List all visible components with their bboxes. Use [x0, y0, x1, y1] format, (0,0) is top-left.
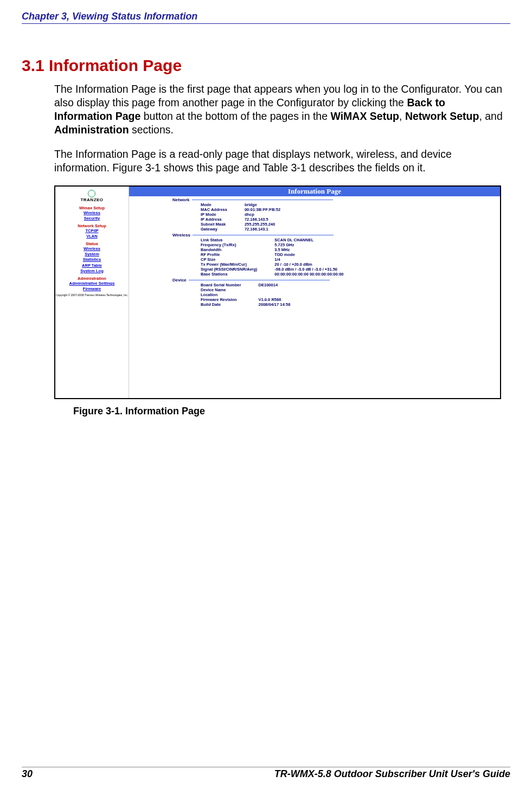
kv-value: 2008/04/17 14:58 [242, 302, 292, 307]
sidebar-link[interactable]: System Log [55, 268, 129, 274]
sidebar-link[interactable]: Wireless [55, 210, 129, 216]
kv-key: Board Serial Number [200, 283, 242, 287]
kv-value [242, 292, 292, 297]
bold-text: Administration [54, 124, 129, 136]
kv-key: Bandwidth [200, 247, 258, 252]
kv-value: 255.255.255.240 [228, 222, 281, 227]
info-section-header: Wireless [172, 233, 489, 238]
kv-value: dhcp [228, 212, 281, 217]
kv-key: Tx Power (Max/Min/Cur) [200, 262, 258, 267]
kv-value: 5.725 GHz [258, 242, 344, 247]
table-row: Firmware RevisionV1.0.0 R586 [200, 297, 291, 302]
bold-text: WiMAX Setup [330, 110, 399, 122]
table-row: Board Serial NumberDE100014 [200, 283, 291, 287]
config-sidebar: TRANZEO Wimax SetupWirelessSecurityNetwo… [55, 187, 129, 398]
kv-key: Signal (RSSI/CINR/SNR/Avrg) [200, 267, 258, 272]
running-header: Chapter 3, Viewing Status Information [22, 11, 510, 24]
kv-value: SCAN DL CHANNEL [258, 238, 344, 242]
info-kv-table: Link StatusSCAN DL CHANNELFrequency (Tx/… [200, 238, 345, 277]
config-main-pane: Information Page NetworkModebridgeMAC Ad… [129, 187, 500, 398]
logo-icon [88, 190, 95, 197]
sidebar-category: Administration [55, 276, 129, 281]
logo [55, 190, 129, 197]
paragraph-2: The Information Page is a read-only page… [54, 148, 505, 175]
table-row: Location [200, 292, 291, 297]
kv-value: 3.5 MHz [258, 247, 344, 252]
kv-value: 00:00:00:00:00:00 00:00:00:00:00:00 [258, 272, 344, 277]
kv-key: RF Profile [200, 252, 258, 257]
info-section-header: Device [172, 278, 489, 283]
table-row: Subnet Mask255.255.255.240 [200, 222, 281, 227]
table-row: Base Stations00:00:00:00:00:00 00:00:00:… [200, 272, 345, 277]
kv-key: Gateway [200, 227, 228, 232]
kv-key: Device Name [200, 287, 242, 292]
sidebar-link[interactable]: VLAN [55, 234, 129, 239]
sidebar-link[interactable]: TCP/IP [55, 228, 129, 234]
figure-caption: Figure 3-1. Information Page [73, 406, 510, 417]
text: sections. [129, 124, 174, 136]
table-row: Device Name [200, 287, 291, 292]
page-number: 30 [22, 768, 33, 780]
sidebar-link[interactable]: Wireless [55, 246, 129, 252]
copyright-text: Copyright © 2007-2008 Tranzeo Wireless T… [55, 294, 129, 297]
kv-key: MAC Address [200, 207, 228, 212]
table-row: Gateway72.166.143.1 [200, 227, 281, 232]
table-row: Modebridge [200, 202, 281, 207]
paragraph-1: The Information Page is the first page t… [54, 82, 505, 137]
sidebar-link[interactable]: Administrative Settings [55, 281, 129, 286]
text: button at the bottom of the pages in the [140, 110, 330, 122]
kv-key: CP Size [200, 257, 258, 262]
kv-key: Link Status [200, 238, 258, 242]
kv-value: 72.166.143.5 [228, 217, 281, 222]
bold-text: Network Setup [405, 110, 479, 122]
kv-value: 00:01:3B:FF:FB:52 [228, 207, 281, 212]
section-heading: 3.1 Information Page [22, 56, 510, 75]
sidebar-link[interactable]: System [55, 252, 129, 257]
sidebar-link[interactable]: Statistics [55, 257, 129, 262]
sidebar-link[interactable]: Firmware [55, 286, 129, 292]
info-page-title: Information Page [129, 187, 500, 196]
kv-key: IP Address [200, 217, 228, 222]
screenshot-figure: TRANZEO Wimax SetupWirelessSecurityNetwo… [54, 185, 501, 399]
table-row: RF ProfileTDD mode [200, 252, 345, 257]
sidebar-link[interactable]: ARP Table [55, 263, 129, 268]
table-row: IP Address72.166.143.5 [200, 217, 281, 222]
table-row: CP Size1/4 [200, 257, 345, 262]
kv-key: Firmware Revision [200, 297, 242, 302]
table-row: MAC Address00:01:3B:FF:FB:52 [200, 207, 281, 212]
text: , [399, 110, 405, 122]
sidebar-category: Wimax Setup [55, 206, 129, 210]
kv-value: -98.0 dBm / -3.0 dB / -3.0 / +31.50 [258, 267, 344, 272]
table-row: Bandwidth3.5 MHz [200, 247, 345, 252]
info-kv-table: ModebridgeMAC Address00:01:3B:FF:FB:52IP… [200, 202, 281, 232]
info-section-header: Network [172, 197, 489, 202]
kv-key: Base Stations [200, 272, 258, 277]
table-row: Tx Power (Max/Min/Cur)20 / -10 / +20.0 d… [200, 262, 345, 267]
table-row: Signal (RSSI/CINR/SNR/Avrg)-98.0 dBm / -… [200, 267, 345, 272]
page-footer: 30 TR-WMX-5.8 Outdoor Subscriber Unit Us… [22, 767, 510, 780]
kv-key: Subnet Mask [200, 222, 228, 227]
table-row: Build Date2008/04/17 14:58 [200, 302, 291, 307]
kv-key: Mode [200, 202, 228, 207]
sidebar-category: Status [55, 241, 129, 246]
sidebar-link[interactable]: Security [55, 216, 129, 221]
kv-value: TDD mode [258, 252, 344, 257]
table-row: Link StatusSCAN DL CHANNEL [200, 238, 345, 242]
table-row: Frequency (Tx/Rx)5.725 GHz [200, 242, 345, 247]
logo-text: TRANZEO [55, 197, 129, 203]
kv-key: Frequency (Tx/Rx) [200, 242, 258, 247]
kv-key: Build Date [200, 302, 242, 307]
kv-value: 1/4 [258, 257, 344, 262]
sidebar-category: Network Setup [55, 223, 129, 228]
kv-value: V1.0.0 R586 [242, 297, 292, 302]
text: , and [479, 110, 502, 122]
kv-key: IP Mode [200, 212, 228, 217]
kv-value: 20 / -10 / +20.0 dBm [258, 262, 344, 267]
kv-key: Location [200, 292, 242, 297]
kv-value [242, 287, 292, 292]
info-kv-table: Board Serial NumberDE100014Device NameLo… [200, 283, 291, 307]
guide-title: TR-WMX-5.8 Outdoor Subscriber Unit User'… [274, 768, 510, 780]
kv-value: DE100014 [242, 283, 292, 287]
kv-value: bridge [228, 202, 281, 207]
kv-value: 72.166.143.1 [228, 227, 281, 232]
